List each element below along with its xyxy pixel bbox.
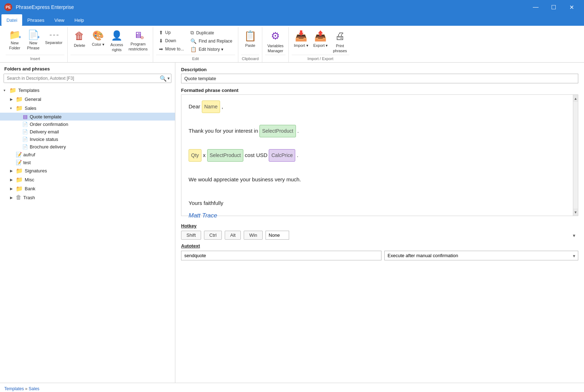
edit-history-button[interactable]: 📋 Edit history ▾ xyxy=(188,45,235,53)
phrase-content-container: Dear Name , Thank you for your interest … xyxy=(181,94,578,216)
tree-item-bank[interactable]: ▶ 📁 Bank xyxy=(0,184,175,193)
panel-title: Folders and phrases xyxy=(0,63,175,74)
access-rights-button[interactable]: 👤 Accessrights xyxy=(108,29,126,54)
duplicate-button[interactable]: ⧉ Duplicate xyxy=(188,29,235,37)
duplicate-icon: ⧉ xyxy=(190,30,194,36)
tree-item-general[interactable]: ▶ 📁 General xyxy=(0,95,175,104)
export-button[interactable]: 📤 Export ▾ xyxy=(311,29,330,49)
autotext-section: Autotext Execute after manual confirmati… xyxy=(181,243,578,260)
import-button[interactable]: 📥 Import ▾ xyxy=(292,29,310,49)
tree-item-brochure-delivery[interactable]: ▶ 📄 Brochure delivery xyxy=(0,143,175,151)
delivery-email-label: Delivery email xyxy=(30,129,59,134)
tree-item-misc[interactable]: ▶ 📁 Misc xyxy=(0,175,175,184)
variables-manager-button[interactable]: ⚙ VariablesManager xyxy=(265,29,286,55)
hotkey-dropdown[interactable]: None F1 F2 xyxy=(266,231,289,240)
clipboard-group-label: Clipboard xyxy=(241,55,259,62)
breadcrumb-templates[interactable]: Templates xyxy=(4,386,24,391)
tree-item-quote-template[interactable]: ▶ ▤ Quote template xyxy=(0,113,175,121)
quote-template-icon: ▤ xyxy=(22,114,28,119)
separator-label: Separator xyxy=(45,40,62,45)
color-button[interactable]: 🎨 Color ▾ xyxy=(89,29,107,48)
phrase-line-10: Matt Trace xyxy=(189,209,566,222)
program-restrictions-label: Programrestrictions xyxy=(128,41,147,52)
tree-item-delivery-email[interactable]: ▶ 📄 Delivery email xyxy=(0,128,175,136)
menu-item-help[interactable]: Help xyxy=(69,14,89,26)
variables-group-label xyxy=(265,55,286,62)
paste-button[interactable]: 📋 Paste xyxy=(241,29,259,49)
tag-select-product-2: SelectProduct xyxy=(207,149,243,162)
up-button[interactable]: ⬆ Up xyxy=(156,29,187,36)
down-label: Down xyxy=(165,38,176,43)
hotkey-row: Shift Ctrl Alt Win None F1 F2 ▾ xyxy=(181,231,578,240)
phrase-line-2 xyxy=(189,113,566,125)
program-restrictions-button[interactable]: 🖥⊖ Programrestrictions xyxy=(126,29,150,53)
tag-name: Name xyxy=(202,101,220,113)
new-phrase-button[interactable]: 📄+ NewPhrase xyxy=(24,29,42,52)
shift-button[interactable]: Shift xyxy=(181,231,201,240)
aufruf-label: aufruf xyxy=(23,152,35,157)
find-replace-button[interactable]: 🔍 Find and Replace xyxy=(188,37,235,45)
formatted-content-label: Formatted phrase content xyxy=(181,88,578,93)
up-label: Up xyxy=(165,30,171,35)
find-replace-icon: 🔍 xyxy=(190,38,196,44)
print-phrases-label: Printphrases xyxy=(333,43,347,54)
ribbon-stack-left: ⬆ Up ⬇ Down ➡ Move to... xyxy=(156,29,187,53)
down-button[interactable]: ⬇ Down xyxy=(156,37,187,45)
search-input[interactable] xyxy=(4,74,158,83)
phrase-line-9: Yours faithfully xyxy=(189,197,566,209)
tag-qty: Qty xyxy=(189,149,201,162)
ribbon-edit2-buttons: ⬆ Up ⬇ Down ➡ Move to... ⧉ Duplicate xyxy=(156,27,235,55)
menu-item-datei[interactable]: Datei xyxy=(1,14,22,26)
search-icons: 🔍 ▾ xyxy=(158,75,171,82)
trash-folder-icon: 🗑 xyxy=(16,194,21,201)
move-to-button[interactable]: ➡ Move to... xyxy=(156,45,187,53)
tree-item-test[interactable]: ▶ 📝 test xyxy=(0,158,175,166)
new-folder-button[interactable]: 📁+ NewFolder xyxy=(6,29,24,52)
print-phrases-button[interactable]: 🖨 Printphrases xyxy=(331,29,349,55)
minimize-button[interactable]: — xyxy=(527,1,544,13)
phrase-content[interactable]: Dear Name , Thank you for your interest … xyxy=(181,95,573,216)
separator-button[interactable]: - - - Separator xyxy=(43,29,64,47)
close-button[interactable]: ✕ xyxy=(563,1,580,13)
scrollbar-down-button[interactable]: ▼ xyxy=(573,209,578,216)
tree-item-trash[interactable]: ▶ 🗑 Trash xyxy=(0,193,175,202)
quote-template-label: Quote template xyxy=(30,114,62,119)
ctrl-button[interactable]: Ctrl xyxy=(204,231,222,240)
autotext-input[interactable] xyxy=(181,251,381,260)
autotext-dropdown[interactable]: Execute after manual confirmation Execut… xyxy=(384,251,578,260)
left-panel: Folders and phrases 🔍 ▾ ▾ 📁 Templates ▶ … xyxy=(0,63,175,383)
export-icon: 📤 xyxy=(314,30,327,42)
menu-item-phrases[interactable]: Phrases xyxy=(22,14,49,26)
tree-item-templates[interactable]: ▾ 📁 Templates xyxy=(0,86,175,95)
new-phrase-icon: 📄+ xyxy=(28,30,39,39)
duplicate-label: Duplicate xyxy=(196,30,214,35)
invoice-status-label: Invoice status xyxy=(30,137,58,142)
tree-item-aufruf[interactable]: ▶ 📝 aufruf xyxy=(0,151,175,158)
description-input[interactable] xyxy=(181,74,578,83)
alt-button[interactable]: Alt xyxy=(225,231,241,240)
ribbon-insert-buttons: 📁+ NewFolder 📄+ NewPhrase - - - Separato… xyxy=(6,27,64,55)
breadcrumb-separator: » xyxy=(25,386,29,391)
maximize-button[interactable]: ☐ xyxy=(545,1,562,13)
new-folder-label: NewFolder xyxy=(9,40,20,51)
trash-arrow: ▶ xyxy=(10,196,16,200)
bank-arrow: ▶ xyxy=(10,187,16,191)
search-dropdown-icon[interactable]: ▾ xyxy=(167,76,170,81)
delivery-icon: 📄 xyxy=(22,129,28,134)
menu-item-view[interactable]: View xyxy=(49,14,69,26)
right-panel: Description Formatted phrase content Dea… xyxy=(175,63,584,383)
tree-item-signatures[interactable]: ▶ 📁 Signatures xyxy=(0,166,175,175)
tree-item-invoice-status[interactable]: ▶ 📄 Invoice status xyxy=(0,136,175,143)
search-icon[interactable]: 🔍 xyxy=(160,75,167,82)
breadcrumb-sales[interactable]: Sales xyxy=(29,386,39,391)
templates-arrow: ▾ xyxy=(4,88,9,92)
tree-item-sales[interactable]: ▾ 📁 Sales xyxy=(0,104,175,113)
win-button[interactable]: Win xyxy=(244,231,262,240)
tree-item-order-confirmation[interactable]: ▶ 📄 Order confirmation xyxy=(0,121,175,128)
title-bar: PE PhraseExpress Enterprise — ☐ ✕ xyxy=(0,0,584,14)
folder-tree: ▾ 📁 Templates ▶ 📁 General ▾ 📁 Sales ▶ ▤ … xyxy=(0,86,175,383)
importexport-group-label: Import / Export xyxy=(292,55,349,62)
bank-folder-icon: 📁 xyxy=(16,185,23,192)
delete-button[interactable]: 🗑 Delete xyxy=(70,29,88,49)
scrollbar-up-button[interactable]: ▲ xyxy=(573,95,578,102)
